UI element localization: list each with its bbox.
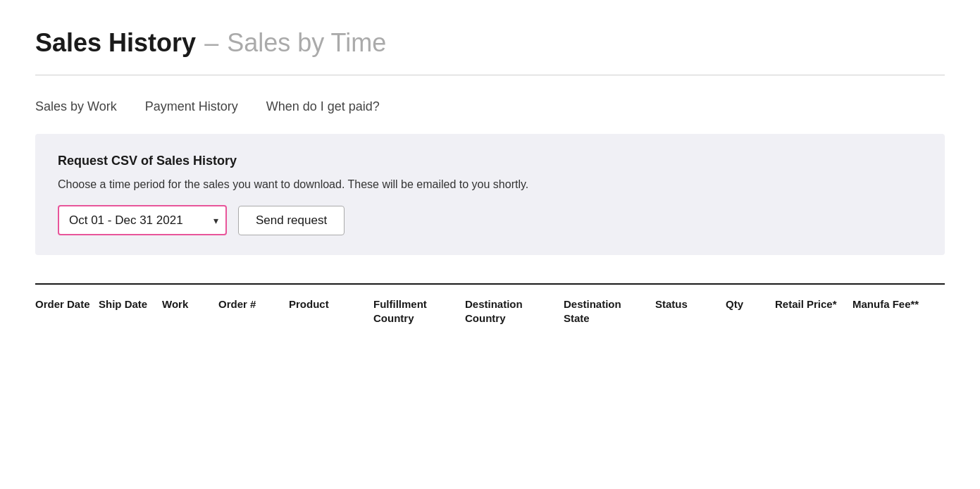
table-header-retail-price: Retail Price* bbox=[775, 295, 852, 329]
table-header-work: Work bbox=[162, 295, 218, 329]
date-range-select[interactable]: Oct 01 - Dec 31 2021Jul 01 - Sep 30 2021… bbox=[58, 205, 227, 235]
tab-when-paid[interactable]: When do I get paid? bbox=[266, 97, 380, 117]
tab-sales-by-work[interactable]: Sales by Work bbox=[35, 97, 117, 117]
table-header-status: Status bbox=[655, 295, 726, 329]
page-title-separator: – bbox=[204, 28, 218, 58]
send-request-button[interactable]: Send request bbox=[238, 206, 345, 235]
page-title-row: Sales History – Sales by Time bbox=[35, 28, 945, 58]
tabs-row: Sales by WorkPayment HistoryWhen do I ge… bbox=[35, 97, 945, 117]
tab-payment-history[interactable]: Payment History bbox=[145, 97, 238, 117]
page-title-light: Sales by Time bbox=[227, 28, 386, 58]
table-header-qty: Qty bbox=[726, 295, 775, 329]
csv-section-description: Choose a time period for the sales you w… bbox=[58, 178, 922, 191]
table-header-fulfillment-country: Fulfillment Country bbox=[373, 295, 465, 329]
table-header-order-number: Order # bbox=[218, 295, 289, 329]
date-select-wrapper: Oct 01 - Dec 31 2021Jul 01 - Sep 30 2021… bbox=[58, 205, 227, 235]
page-container: Sales History – Sales by Time Sales by W… bbox=[0, 0, 980, 329]
csv-controls: Oct 01 - Dec 31 2021Jul 01 - Sep 30 2021… bbox=[58, 205, 922, 235]
table-header-destination-state: Destination State bbox=[564, 295, 655, 329]
csv-section-title: Request CSV of Sales History bbox=[58, 154, 922, 168]
table-header-ship-date: Ship Date bbox=[99, 295, 162, 329]
section-divider bbox=[35, 75, 945, 75]
page-title-bold: Sales History bbox=[35, 28, 196, 58]
table-header-order-date: Order Date bbox=[35, 295, 99, 329]
table-header-manufa-fee: Manufa Fee** bbox=[852, 295, 930, 329]
table-header-row: Order DateShip DateWorkOrder #ProductFul… bbox=[35, 283, 945, 329]
table-header-product: Product bbox=[289, 295, 373, 329]
csv-section: Request CSV of Sales History Choose a ti… bbox=[35, 134, 945, 255]
table-header-destination-country: Destination Country bbox=[465, 295, 564, 329]
